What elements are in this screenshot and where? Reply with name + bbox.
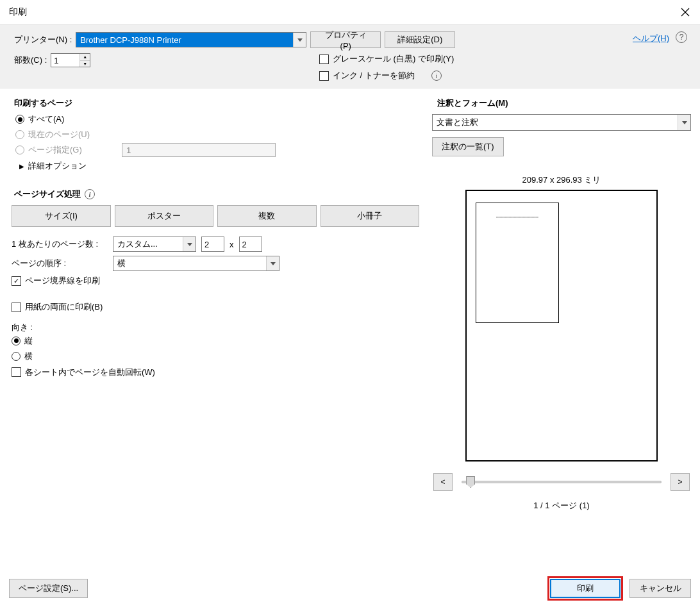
page-order-label: ページの順序 :: [12, 258, 108, 269]
checkbox-box: ✓: [12, 276, 21, 286]
main-area: 印刷するページ すべて(A) 現在のページ(U) ページ指定(G): [0, 88, 700, 511]
printer-label: プリンター(N) :: [14, 34, 72, 46]
checkbox-box: [12, 367, 21, 377]
help-link[interactable]: ヘルプ(H): [633, 33, 669, 44]
comments-list-button[interactable]: 注釈の一覧(T): [432, 137, 504, 156]
comments-select[interactable]: 文書と注釈: [432, 114, 691, 131]
prev-page-button[interactable]: <: [433, 473, 453, 491]
save-ink-label: インク / トナーを節約: [333, 70, 415, 81]
pps-y-input[interactable]: [239, 237, 262, 252]
page-size-title: ページサイズ処理: [14, 188, 81, 200]
grayscale-checkbox[interactable]: グレースケール (白黒) で印刷(Y): [319, 53, 454, 65]
radio-dot: [15, 146, 24, 154]
header-panel: ヘルプ(H) ? プリンター(N) : Brother DCP-J988N Pr…: [0, 24, 700, 88]
spinner-down-icon[interactable]: ▼: [80, 61, 90, 67]
pages-per-sheet-select[interactable]: カスタム...: [113, 237, 196, 252]
svg-marker-2: [297, 38, 303, 42]
cancel-button[interactable]: キャンセル: [629, 579, 691, 598]
page-size-section: ページサイズ処理 i サイズ(I) ポスター 複数 小冊子 1 枚あたりのページ…: [9, 186, 419, 379]
copies-spinner[interactable]: ▲ ▼: [51, 53, 90, 67]
radio-dot: [12, 337, 21, 345]
footer: ページ設定(S)... 印刷 キャンセル: [9, 579, 691, 598]
close-icon: [681, 8, 690, 17]
printer-value: Brother DCP-J988N Printer: [76, 33, 293, 47]
copies-input[interactable]: [51, 54, 79, 67]
tab-multiple[interactable]: 複数: [217, 205, 317, 227]
chevron-down-icon: [266, 256, 279, 270]
preview-paper: ━━━━━━━━━━━━━━━━━━━━━━━━━━━━━━━━━: [465, 190, 658, 461]
tab-booklet[interactable]: 小冊子: [321, 205, 420, 227]
triangle-right-icon: ▶: [19, 163, 24, 170]
orientation-label: 向き :: [12, 322, 419, 333]
tab-poster[interactable]: ポスター: [115, 205, 214, 227]
tab-size[interactable]: サイズ(I): [12, 205, 111, 227]
comments-section: 注釈とフォーム(M) 文書と注釈 注釈の一覧(T): [432, 95, 691, 156]
page-indicator: 1 / 1 ページ (1): [432, 500, 691, 511]
radio-dot: [12, 352, 21, 361]
info-icon[interactable]: i: [431, 71, 442, 81]
preview-dimensions: 209.97 x 296.93 ミリ: [432, 174, 691, 186]
advanced-settings-button[interactable]: 詳細設定(D): [385, 31, 455, 48]
preview-slider[interactable]: [462, 481, 662, 483]
page-setup-button[interactable]: ページ設定(S)...: [9, 579, 88, 598]
help-icon[interactable]: ?: [676, 31, 687, 43]
print-button[interactable]: 印刷: [550, 579, 621, 598]
radio-dot: [15, 115, 24, 124]
save-ink-checkbox[interactable]: インク / トナーを節約: [319, 70, 415, 81]
print-border-checkbox[interactable]: ✓ ページ境界線を印刷: [12, 275, 100, 287]
page-spec-input[interactable]: [122, 143, 276, 157]
radio-page-spec[interactable]: ページ指定(G): [15, 142, 105, 158]
properties-button[interactable]: プロパティ(P): [310, 31, 381, 48]
titlebar: 印刷: [0, 0, 700, 24]
spinner-up-icon[interactable]: ▲: [80, 54, 90, 61]
radio-landscape[interactable]: 横: [12, 349, 419, 364]
svg-marker-5: [682, 121, 687, 124]
chevron-down-icon: [183, 237, 196, 251]
preview-text: ━━━━━━━━━━━━━━━━━━━━━━━━━━━━━━━━━: [485, 216, 549, 219]
next-page-button[interactable]: >: [671, 473, 690, 491]
more-options-toggle[interactable]: ▶ 詳細オプション: [15, 158, 419, 174]
radio-current-page[interactable]: 現在のページ(U): [15, 127, 419, 142]
pps-x-input[interactable]: [201, 237, 224, 252]
radio-portrait[interactable]: 縦: [12, 333, 419, 349]
chevron-down-icon: [293, 33, 306, 47]
info-icon[interactable]: i: [85, 189, 95, 199]
page-order-select[interactable]: 横: [113, 256, 279, 271]
svg-marker-3: [187, 243, 192, 246]
radio-dot: [15, 130, 24, 139]
chevron-down-icon: [678, 115, 690, 130]
print-button-highlight: 印刷: [550, 579, 621, 598]
checkbox-box: [12, 303, 21, 312]
checkbox-box: [319, 54, 329, 64]
print-range-section: 印刷するページ すべて(A) 現在のページ(U) ページ指定(G): [9, 95, 419, 174]
radio-all-pages[interactable]: すべて(A): [15, 112, 419, 127]
checkbox-box: [319, 71, 329, 81]
preview-page-content: ━━━━━━━━━━━━━━━━━━━━━━━━━━━━━━━━━: [476, 203, 559, 323]
dialog-title: 印刷: [9, 6, 27, 18]
close-button[interactable]: [679, 6, 691, 18]
pages-per-sheet-label: 1 枚あたりのページ数 :: [12, 238, 108, 250]
preview-area: 209.97 x 296.93 ミリ ━━━━━━━━━━━━━━━━━━━━━…: [432, 174, 691, 511]
pps-sep: x: [229, 240, 234, 249]
slider-thumb-icon[interactable]: [466, 476, 475, 488]
svg-marker-4: [271, 262, 276, 265]
auto-rotate-checkbox[interactable]: 各シート内でページを自動回転(W): [12, 367, 155, 378]
copies-label: 部数(C) :: [14, 54, 47, 66]
comments-title: 注釈とフォーム(M): [432, 95, 691, 112]
print-range-title: 印刷するページ: [9, 95, 419, 112]
printer-select[interactable]: Brother DCP-J988N Printer: [76, 32, 306, 47]
grayscale-label: グレースケール (白黒) で印刷(Y): [333, 53, 454, 65]
duplex-checkbox[interactable]: 用紙の両面に印刷(B): [12, 301, 103, 313]
